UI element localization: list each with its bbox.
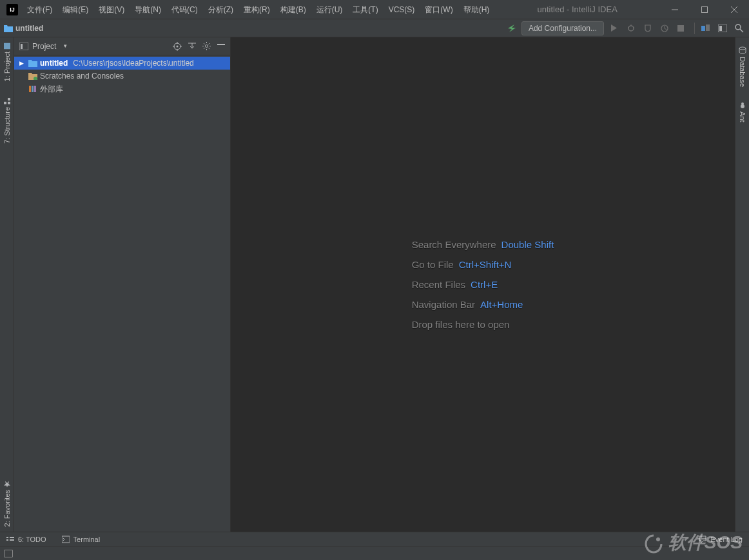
build-icon[interactable] — [507, 24, 516, 33]
run-configuration-button[interactable]: Add Configuration... — [521, 21, 604, 35]
database-icon — [739, 46, 746, 54]
folder-icon — [4, 24, 13, 32]
run-icon[interactable] — [610, 24, 621, 32]
svg-rect-18 — [4, 102, 6, 104]
menu-build[interactable]: 构建(B) — [275, 0, 311, 19]
svg-rect-19 — [8, 98, 10, 101]
todo-icon — [6, 536, 14, 543]
svg-point-4 — [628, 26, 634, 31]
svg-line-15 — [740, 29, 743, 32]
menu-run[interactable]: 运行(U) — [311, 0, 348, 19]
menu-edit[interactable]: 编辑(E) — [57, 0, 93, 19]
stop-icon[interactable] — [677, 25, 688, 32]
separator — [694, 23, 695, 34]
menu-tools[interactable]: 工具(T) — [347, 0, 383, 19]
library-icon — [28, 85, 37, 93]
tab-terminal[interactable]: Terminal — [62, 536, 101, 543]
navigation-bar: untitled Add Configuration... — [0, 19, 749, 37]
expand-arrow-icon[interactable]: ▶ — [19, 60, 26, 66]
svg-point-38 — [741, 104, 744, 108]
hint-nav-bar: Navigation BarAlt+Home — [412, 299, 554, 310]
tree-root[interactable]: ▶ untitled C:\Users\rjsos\IdeaProjects\u… — [14, 57, 230, 70]
project-tree: ▶ untitled C:\Users\rjsos\IdeaProjects\u… — [14, 55, 230, 97]
tab-project[interactable]: 1: Project — [2, 37, 12, 86]
svg-rect-1 — [702, 6, 708, 12]
hint-drop-files: Drop files here to open — [412, 319, 554, 330]
menu-refactor[interactable]: 重构(R) — [238, 0, 275, 19]
star-icon — [4, 481, 10, 487]
menu-file[interactable]: 文件(F) — [22, 0, 57, 19]
window-title: untitled - IntelliJ IDEA — [494, 5, 660, 14]
hint-goto-file: Go to FileCtrl+Shift+N — [412, 259, 554, 270]
chevron-down-icon: ▼ — [63, 43, 68, 49]
menu-help[interactable]: 帮助(H) — [458, 0, 495, 19]
menu-window[interactable]: 窗口(W) — [420, 0, 458, 19]
tree-external-libs[interactable]: 外部库 — [14, 82, 230, 95]
svg-rect-39 — [6, 537, 8, 538]
title-bar: IJ 文件(F) 编辑(E) 视图(V) 导航(N) 代码(C) 分析(Z) 重… — [0, 0, 749, 19]
menu-navigate[interactable]: 导航(N) — [130, 0, 166, 19]
tab-database[interactable]: Database — [737, 43, 748, 91]
svg-rect-35 — [34, 86, 36, 92]
hint-recent-files: Recent FilesCtrl+E — [412, 279, 554, 290]
search-icon[interactable] — [735, 24, 745, 33]
svg-point-36 — [739, 47, 746, 50]
scratches-icon — [28, 72, 37, 80]
collapse-all-icon[interactable] — [188, 42, 196, 51]
menu-bar: 文件(F) 编辑(E) 视图(V) 导航(N) 代码(C) 分析(Z) 重构(R… — [22, 0, 494, 19]
gear-icon[interactable] — [202, 42, 211, 51]
app-icon: IJ — [6, 4, 18, 15]
profile-icon[interactable] — [661, 24, 671, 32]
bottom-tool-bar: 6: TODO Terminal Event Log — [0, 532, 749, 546]
left-tool-strip: 1: Project 7: Structure 2: Favorites — [0, 37, 14, 532]
svg-point-23 — [177, 45, 179, 47]
hint-search-everywhere: Search EverywhereDouble Shift — [412, 239, 554, 250]
menu-analyze[interactable]: 分析(Z) — [203, 0, 238, 19]
coverage-icon[interactable] — [644, 24, 654, 32]
svg-rect-11 — [706, 24, 710, 31]
maximize-button[interactable] — [690, 0, 719, 19]
menu-vcs[interactable]: VCS(S) — [384, 0, 420, 19]
svg-rect-40 — [10, 537, 14, 538]
svg-rect-34 — [32, 86, 34, 92]
tab-structure[interactable]: 7: Structure — [2, 93, 12, 149]
tab-ant[interactable]: Ant — [737, 97, 748, 126]
tree-root-path: C:\Users\rjsos\IdeaProjects\untitled — [73, 59, 193, 68]
view-icon — [19, 43, 28, 50]
svg-rect-10 — [701, 26, 705, 31]
tree-scratches[interactable]: Scratches and Consoles — [14, 70, 230, 82]
tab-favorites[interactable]: 2: Favorites — [2, 476, 12, 532]
menu-view[interactable]: 视图(V) — [93, 0, 130, 19]
breadcrumb-project: untitled — [15, 24, 43, 33]
module-folder-icon — [28, 59, 37, 67]
tree-scratches-label: Scratches and Consoles — [40, 72, 124, 81]
svg-rect-21 — [21, 44, 23, 49]
tree-root-name: untitled — [40, 59, 68, 68]
editor-hints: Search EverywhereDouble Shift Go to File… — [412, 230, 554, 339]
status-bar — [0, 546, 749, 560]
svg-point-30 — [206, 44, 208, 47]
tab-event-log[interactable]: Event Log — [699, 536, 743, 543]
breadcrumb[interactable]: untitled — [4, 24, 43, 33]
ant-icon — [739, 101, 746, 109]
tab-todo[interactable]: 6: TODO — [6, 536, 46, 543]
hide-panel-icon[interactable] — [217, 42, 225, 51]
locate-icon[interactable] — [173, 42, 182, 51]
close-button[interactable] — [719, 0, 749, 19]
svg-rect-42 — [10, 539, 14, 541]
svg-rect-43 — [62, 536, 70, 543]
terminal-icon — [62, 536, 70, 543]
svg-rect-16 — [4, 43, 10, 49]
minimize-button[interactable] — [660, 0, 690, 19]
menu-code[interactable]: 代码(C) — [166, 0, 203, 19]
project-view-selector[interactable]: Project ▼ — [19, 42, 173, 51]
svg-rect-33 — [29, 86, 31, 92]
ide-settings-icon[interactable] — [718, 24, 728, 32]
debug-icon[interactable] — [627, 24, 637, 32]
right-tool-strip: Database Ant — [735, 37, 749, 532]
svg-rect-13 — [719, 26, 722, 31]
project-structure-icon[interactable] — [701, 24, 712, 32]
structure-tab-icon — [4, 98, 10, 104]
tool-window-toggle-icon[interactable] — [4, 550, 13, 557]
editor-empty-area[interactable]: Search EverywhereDouble Shift Go to File… — [231, 37, 735, 532]
